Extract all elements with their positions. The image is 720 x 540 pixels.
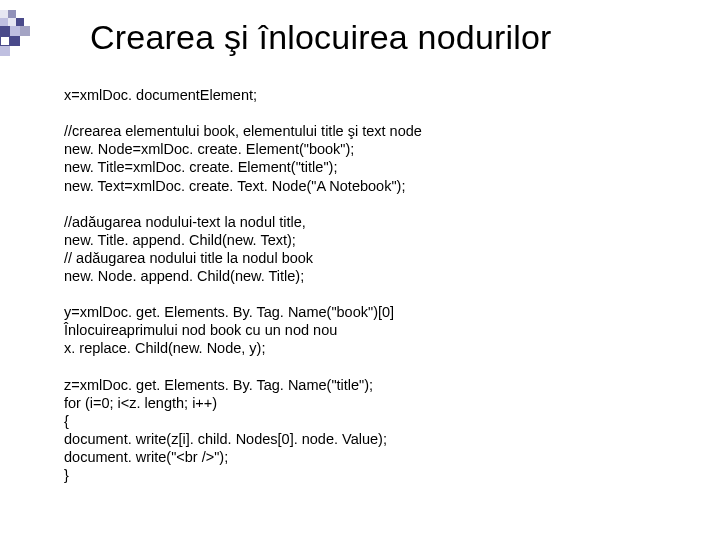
slide-title: Crearea şi înlocuirea nodurilor <box>90 18 552 57</box>
code-line: //crearea elementului book, elementului … <box>64 123 422 139</box>
slide-body: x=xmlDoc. documentElement; //crearea ele… <box>64 86 664 484</box>
code-line: x. replace. Child(new. Node, y); <box>64 340 265 356</box>
code-line: // adăugarea nodului title la nodul book <box>64 250 313 266</box>
code-block-3: //adăugarea nodului-text la nodul title,… <box>64 213 664 286</box>
code-line: new. Title=xmlDoc. create. Element("titl… <box>64 159 337 175</box>
code-line: document. write("<br />"); <box>64 449 228 465</box>
code-line: z=xmlDoc. get. Elements. By. Tag. Name("… <box>64 377 373 393</box>
code-line: y=xmlDoc. get. Elements. By. Tag. Name("… <box>64 304 394 320</box>
code-line: for (i=0; i<z. length; i++) <box>64 395 217 411</box>
code-block-2: //crearea elementului book, elementului … <box>64 122 664 195</box>
code-line: } <box>64 467 69 483</box>
code-block-1: x=xmlDoc. documentElement; <box>64 86 664 104</box>
code-line: x=xmlDoc. documentElement; <box>64 87 257 103</box>
code-line: { <box>64 413 69 429</box>
code-block-4: y=xmlDoc. get. Elements. By. Tag. Name("… <box>64 303 664 357</box>
code-line: Înlocuireaprimului nod book cu un nod no… <box>64 322 337 338</box>
code-line: new. Node=xmlDoc. create. Element("book"… <box>64 141 354 157</box>
code-line: new. Node. append. Child(new. Title); <box>64 268 304 284</box>
code-line: new. Title. append. Child(new. Text); <box>64 232 296 248</box>
slide: Crearea şi înlocuirea nodurilor x=xmlDoc… <box>0 0 720 540</box>
code-line: document. write(z[i]. child. Nodes[0]. n… <box>64 431 387 447</box>
decorative-sidebar <box>0 0 36 540</box>
code-line: //adăugarea nodului-text la nodul title, <box>64 214 306 230</box>
code-block-5: z=xmlDoc. get. Elements. By. Tag. Name("… <box>64 376 664 485</box>
code-line: new. Text=xmlDoc. create. Text. Node("A … <box>64 178 405 194</box>
